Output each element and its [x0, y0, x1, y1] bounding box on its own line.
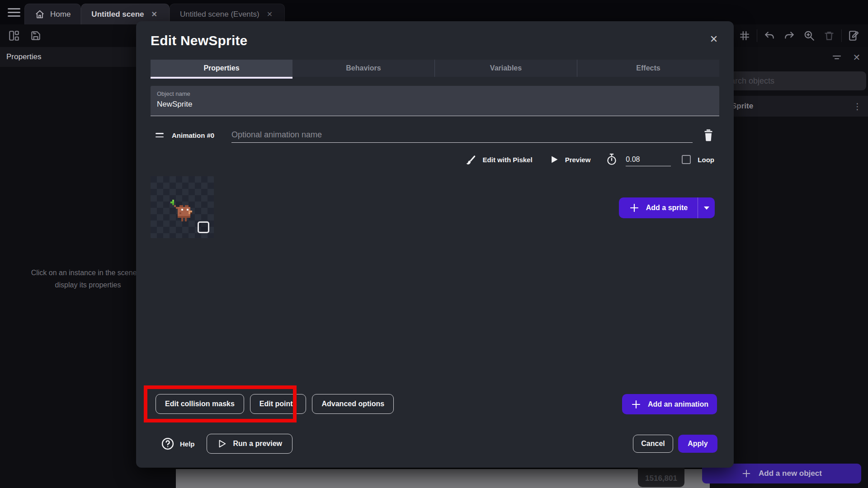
tab-label: Home: [50, 10, 71, 19]
close-panel-icon[interactable]: ✕: [851, 52, 863, 63]
object-menu-icon[interactable]: ⋮: [853, 101, 862, 112]
dialog-title: Edit NewSprite: [151, 33, 248, 48]
brush-icon: [466, 154, 476, 165]
sprite-frame-thumbnail[interactable]: [151, 176, 214, 238]
main-menu-button[interactable]: [5, 5, 23, 19]
close-dialog-icon[interactable]: ✕: [707, 32, 721, 47]
tab-variables[interactable]: Variables: [434, 60, 577, 77]
preview-animation-button[interactable]: Preview: [550, 155, 591, 164]
tab-properties[interactable]: Properties: [151, 60, 292, 77]
help-icon: [161, 437, 175, 450]
loop-checkbox[interactable]: [682, 155, 691, 164]
timer-icon: [606, 153, 618, 166]
plus-icon: [629, 202, 640, 213]
tab-behaviors[interactable]: Behaviors: [292, 60, 434, 77]
plus-icon: [741, 469, 751, 479]
help-button[interactable]: Help: [161, 437, 195, 450]
object-name-field-label: Object name: [157, 90, 713, 97]
select-frame-checkbox[interactable]: [198, 221, 209, 233]
zoom-in-icon[interactable]: [802, 28, 817, 43]
close-tab-icon[interactable]: ✕: [265, 9, 274, 19]
animation-name-input[interactable]: [231, 127, 693, 143]
object-name-field-value: NewSprite: [157, 100, 713, 109]
plus-icon: [631, 399, 642, 410]
delete-animation-icon[interactable]: [703, 129, 714, 141]
tab-home[interactable]: Home: [24, 4, 81, 24]
pig-sprite-image: [167, 200, 198, 221]
time-between-frames-input[interactable]: [626, 153, 671, 166]
tab-label: Untitled scene: [91, 10, 144, 19]
object-name-field[interactable]: Object name NewSprite: [151, 86, 719, 116]
panels-layout-icon[interactable]: [6, 28, 22, 43]
sprite-edit-buttons: Edit collision masks Edit points Advance…: [156, 394, 394, 414]
dialog-tabs: Properties Behaviors Variables Effects: [151, 60, 719, 77]
filter-icon[interactable]: [831, 52, 843, 63]
tab-label: Untitled scene (Events): [180, 10, 259, 19]
search-objects-input[interactable]: [714, 71, 866, 90]
animation-label: Animation #0: [172, 131, 231, 139]
home-icon: [35, 9, 45, 19]
window-tab-bar: Home Untitled scene ✕ Untitled scene (Ev…: [0, 0, 868, 24]
scene-canvas-background: [176, 469, 710, 488]
loop-label: Loop: [698, 156, 714, 164]
edit-object-dialog: Edit NewSprite ✕ Properties Behaviors Va…: [136, 21, 734, 468]
apply-button[interactable]: Apply: [678, 435, 717, 453]
save-icon[interactable]: [28, 28, 43, 43]
add-sprite-dropdown[interactable]: [698, 197, 715, 218]
drag-handle-icon[interactable]: [156, 133, 164, 137]
edit-scene-properties-icon[interactable]: [846, 28, 862, 43]
cancel-button[interactable]: Cancel: [633, 435, 673, 453]
animation-row: Animation #0: [156, 126, 714, 144]
edit-with-piskel-button[interactable]: Edit with Piskel: [466, 154, 533, 165]
advanced-options-button[interactable]: Advanced options: [312, 394, 394, 414]
edit-points-button[interactable]: Edit points: [250, 394, 307, 414]
redo-icon[interactable]: [782, 28, 797, 43]
delete-icon[interactable]: [821, 28, 837, 43]
animation-toolbar: Edit with Piskel Preview Loop: [156, 151, 714, 168]
play-outline-icon: [217, 439, 227, 449]
toolbar-divider: [841, 29, 842, 42]
play-icon: [550, 155, 559, 164]
undo-icon[interactable]: [762, 28, 777, 43]
edit-collision-masks-button[interactable]: Edit collision masks: [156, 394, 244, 414]
tab-effects[interactable]: Effects: [577, 60, 719, 77]
run-preview-button[interactable]: Run a preview: [207, 434, 292, 454]
gdevelop-window: Home Untitled scene ✕ Untitled scene (Ev…: [0, 0, 868, 488]
grid-icon[interactable]: [737, 28, 752, 43]
add-animation-button[interactable]: Add an animation: [622, 394, 717, 414]
close-tab-icon[interactable]: ✕: [150, 9, 159, 19]
add-sprite-split-button[interactable]: Add a sprite: [619, 197, 715, 218]
chevron-down-icon: [703, 206, 710, 210]
toolbar-divider: [757, 29, 757, 42]
dialog-actions: Help Run a preview Cancel Apply: [161, 433, 717, 454]
